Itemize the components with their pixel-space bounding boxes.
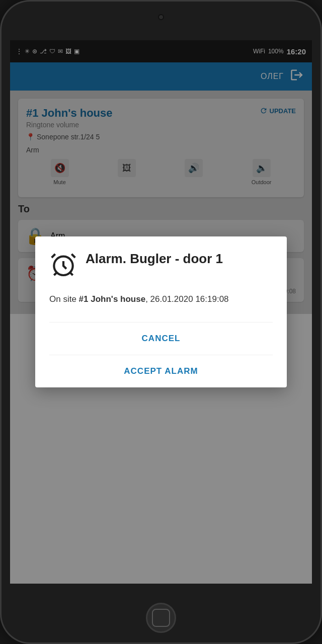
dialog-title: Alarm. Bugler - door 1 bbox=[86, 251, 223, 268]
dialog-site-name: #1 John's house bbox=[79, 294, 146, 304]
alarm-clock-icon bbox=[49, 251, 77, 283]
home-button-inner bbox=[152, 609, 170, 627]
dialog-body-prefix: On site bbox=[49, 294, 79, 304]
home-button[interactable] bbox=[146, 603, 176, 633]
cancel-button[interactable]: CANCEL bbox=[49, 323, 273, 355]
dialog-actions: CANCEL ACCEPT ALARM bbox=[49, 322, 273, 387]
dialog-body-suffix: , 26.01.2020 16:19:08 bbox=[145, 294, 228, 304]
dialog-header: Alarm. Bugler - door 1 bbox=[49, 251, 273, 283]
accept-alarm-button[interactable]: ACCEPT ALARM bbox=[49, 355, 273, 387]
overlay: Alarm. Bugler - door 1 On site #1 John's… bbox=[10, 40, 312, 584]
phone-frame: ⋮ ✳ ⊛ ⎇ 🛡 ✉ 🖼 ▣ WiFi 100% 16:20 ОЛЕГ bbox=[0, 0, 322, 644]
alarm-dialog: Alarm. Bugler - door 1 On site #1 John's… bbox=[35, 236, 287, 387]
camera bbox=[158, 14, 164, 20]
phone-screen: ⋮ ✳ ⊛ ⎇ 🛡 ✉ 🖼 ▣ WiFi 100% 16:20 ОЛЕГ bbox=[10, 40, 312, 584]
dialog-body: On site #1 John's house, 26.01.2020 16:1… bbox=[49, 293, 273, 306]
